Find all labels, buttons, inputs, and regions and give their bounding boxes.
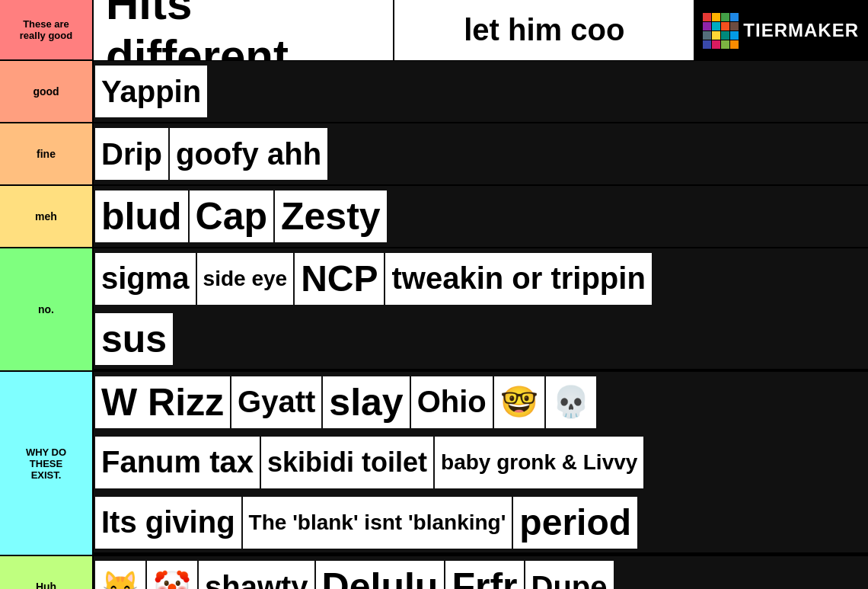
row-good: good Yappin bbox=[0, 61, 868, 123]
item-period[interactable]: period bbox=[513, 497, 637, 549]
why-line-1: W Rizz Gyatt slay Ohio 🤓 💀 bbox=[94, 372, 868, 432]
item-nerd-emoji[interactable]: 🤓 bbox=[494, 376, 544, 428]
item-skibidi[interactable]: skibidi toilet bbox=[261, 437, 433, 488]
header-right-text: let him coo bbox=[394, 0, 694, 60]
item-delulu[interactable]: Delulu bbox=[316, 561, 445, 589]
header-label: These are really good bbox=[0, 0, 94, 59]
content-good: Yappin bbox=[94, 61, 868, 122]
item-wrizz[interactable]: W Rizz bbox=[95, 376, 230, 428]
item-sigma[interactable]: sigma bbox=[95, 253, 196, 305]
content-fine: Drip goofy ahh bbox=[94, 123, 868, 184]
row-fine: fine Drip goofy ahh bbox=[0, 123, 868, 186]
content-meh: blud Cap Zesty bbox=[94, 186, 868, 247]
content-huh: 😹 🤡 shawty Delulu Frfr Dupe bbox=[94, 556, 868, 589]
item-zesty[interactable]: Zesty bbox=[275, 190, 387, 242]
row-no: no. sigma side eye NCP tweakin or trippi… bbox=[0, 248, 868, 372]
item-fanum-tax[interactable]: Fanum tax bbox=[95, 437, 260, 488]
content-why: W Rizz Gyatt slay Ohio 🤓 💀 Fanum tax ski… bbox=[94, 372, 868, 555]
label-why: WHY DO THESE EXIST. bbox=[0, 372, 94, 555]
item-yappin[interactable]: Yappin bbox=[95, 66, 207, 117]
item-ncp[interactable]: NCP bbox=[295, 253, 384, 305]
item-skull-emoji[interactable]: 💀 bbox=[546, 376, 596, 428]
item-cap[interactable]: Cap bbox=[190, 190, 273, 242]
item-baby-gronk[interactable]: baby gronk & Livvy bbox=[435, 437, 643, 488]
tiermaker-brand: TiERMAKER bbox=[694, 0, 868, 61]
header-label-text: These are really good bbox=[20, 18, 72, 41]
label-good: good bbox=[0, 61, 94, 122]
item-dupe[interactable]: Dupe bbox=[525, 561, 614, 589]
row-huh: Huh 😹 🤡 shawty Delulu Frfr Dupe bbox=[0, 556, 868, 589]
item-goofy-ahh[interactable]: goofy ahh bbox=[170, 128, 327, 180]
header-content: Hits different let him coo bbox=[94, 0, 694, 59]
why-line-2: Fanum tax skibidi toilet baby gronk & Li… bbox=[94, 432, 868, 492]
label-meh: meh bbox=[0, 186, 94, 247]
item-gyatt[interactable]: Gyatt bbox=[231, 376, 321, 428]
item-shawty[interactable]: shawty bbox=[199, 561, 314, 589]
no-line-1: sigma side eye NCP tweakin or trippin bbox=[94, 248, 868, 309]
why-line-3: Its giving The 'blank' isnt 'blanking' p… bbox=[94, 492, 868, 552]
item-its-giving[interactable]: Its giving bbox=[95, 497, 241, 549]
content-no: sigma side eye NCP tweakin or trippin su… bbox=[94, 248, 868, 370]
label-no: no. bbox=[0, 248, 94, 370]
item-crying-cat-emoji[interactable]: 😹 bbox=[95, 561, 145, 589]
item-sus[interactable]: sus bbox=[95, 313, 173, 365]
item-clown-emoji[interactable]: 🤡 bbox=[147, 561, 197, 589]
item-frfr[interactable]: Frfr bbox=[445, 561, 523, 589]
label-huh: Huh bbox=[0, 556, 94, 589]
item-drip[interactable]: Drip bbox=[95, 128, 168, 180]
header-row: These are really good Hits different let… bbox=[0, 0, 868, 61]
item-slay[interactable]: slay bbox=[323, 376, 409, 428]
item-blud[interactable]: blud bbox=[95, 190, 188, 242]
item-ohio[interactable]: Ohio bbox=[411, 376, 493, 428]
item-tweakin[interactable]: tweakin or trippin bbox=[385, 253, 651, 305]
row-meh: meh blud Cap Zesty bbox=[0, 186, 868, 248]
item-side-eye[interactable]: side eye bbox=[197, 253, 294, 305]
item-blank-isnt[interactable]: The 'blank' isnt 'blanking' bbox=[243, 497, 512, 549]
row-why: WHY DO THESE EXIST. W Rizz Gyatt slay Oh… bbox=[0, 372, 868, 556]
label-fine: fine bbox=[0, 123, 94, 184]
no-line-2: sus bbox=[94, 309, 868, 369]
header-title: Hits different bbox=[94, 0, 393, 60]
tiermaker-logo-text: TiERMAKER bbox=[743, 20, 859, 41]
